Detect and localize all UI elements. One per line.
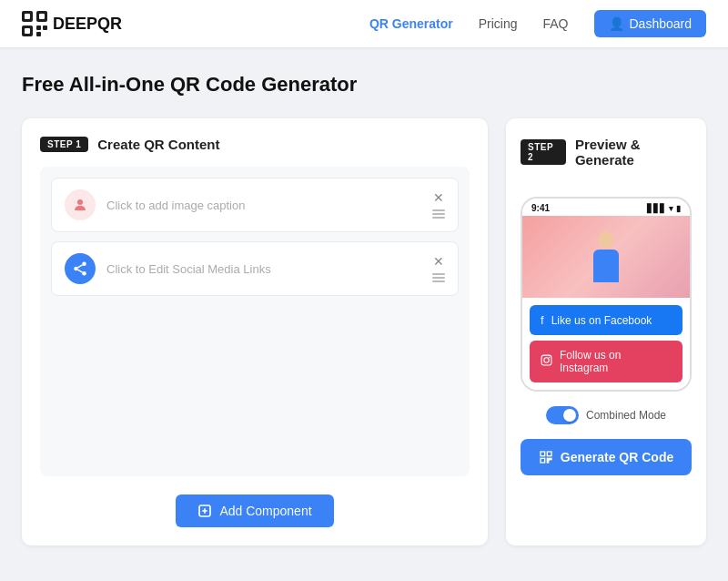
social-media-component[interactable]: Click to Edit Social Media Links ✕ [51,241,459,296]
step2-header: STEP 2 Preview & Generate [521,137,692,168]
svg-rect-21 [541,452,545,456]
add-component-wrap: Add Component [40,494,470,527]
remove-social-media-button[interactable]: ✕ [433,255,444,268]
image-caption-placeholder: Click to add image caption [106,199,432,212]
phone-status-icons: ▋▋▋ ▾ ▮ [647,204,681,213]
toggle-knob [563,409,576,422]
left-panel: STEP 1 Create QR Content Click to add im… [22,118,488,545]
svg-rect-18 [541,355,551,365]
phone-actions: f Like us on Facebook Follow us on Insta… [522,298,690,390]
step1-title: Create QR Content [97,137,219,152]
svg-rect-26 [547,462,548,463]
social-media-icon [65,253,96,284]
combined-mode-label: Combined Mode [586,409,666,422]
add-icon [197,504,212,518]
svg-rect-8 [25,28,30,34]
user-icon: 👤 [609,16,624,31]
svg-point-20 [549,357,551,359]
drag-social-media-handle[interactable] [432,273,445,282]
dashboard-button[interactable]: 👤 Dashboard [594,10,707,37]
nav-pricing[interactable]: Pricing [479,16,518,31]
svg-point-11 [74,267,78,271]
component-area: Click to add image caption ✕ [40,167,470,476]
image-caption-controls: ✕ [432,191,445,219]
logo-icon [22,11,47,36]
instagram-button[interactable]: Follow us on Instagram [530,341,682,382]
svg-point-10 [82,262,86,267]
generate-qr-button[interactable]: Generate QR Code [521,439,692,475]
logo-text: DEEPQR [53,15,122,34]
add-component-button[interactable]: Add Component [176,494,333,527]
social-media-controls: ✕ [432,255,445,282]
svg-line-13 [77,270,82,272]
svg-rect-23 [541,458,545,463]
svg-rect-6 [25,14,30,19]
step1-header: STEP 1 Create QR Content [40,137,470,152]
remove-image-caption-button[interactable]: ✕ [433,191,444,204]
svg-rect-5 [36,32,41,36]
svg-rect-24 [547,458,549,460]
svg-rect-25 [550,458,551,459]
logo: DEEPQR [22,11,122,36]
image-caption-icon [65,189,96,220]
svg-point-9 [77,199,83,205]
page-content: Free All-in-One QR Code Generator STEP 1… [0,47,728,571]
phone-preview-image [522,216,690,298]
columns: STEP 1 Create QR Content Click to add im… [22,118,706,545]
phone-status-bar: 9:41 ▋▋▋ ▾ ▮ [522,199,690,216]
facebook-icon: f [541,313,544,327]
instagram-label: Follow us on Instagram [560,349,672,374]
svg-point-12 [82,271,86,276]
social-media-placeholder: Click to Edit Social Media Links [106,262,432,276]
svg-line-14 [77,265,82,268]
page-title: Free All-in-One QR Code Generator [22,73,706,97]
nav-qr-generator[interactable]: QR Generator [369,16,453,31]
combined-mode-row: Combined Mode [521,406,692,424]
svg-point-19 [544,358,549,362]
header: DEEPQR QR Generator Pricing FAQ 👤 Dashbo… [0,0,728,47]
phone-time: 9:41 [531,203,550,213]
svg-rect-4 [43,25,47,30]
wifi-icon: ▾ [669,204,673,213]
person-figure [593,231,619,282]
battery-icon: ▮ [676,204,681,213]
facebook-label: Like us on Facebook [551,314,652,327]
main-nav: QR Generator Pricing FAQ 👤 Dashboard [369,10,706,37]
qr-icon [539,450,553,464]
step2-title: Preview & Generate [575,137,692,168]
image-caption-component[interactable]: Click to add image caption ✕ [51,178,459,232]
combined-mode-toggle[interactable] [546,406,579,424]
instagram-icon [541,354,552,369]
svg-rect-7 [39,14,45,19]
svg-rect-22 [547,452,551,456]
person-body [593,250,619,282]
drag-image-caption-handle[interactable] [432,209,445,219]
nav-faq[interactable]: FAQ [542,16,568,31]
step2-badge: STEP 2 [521,139,566,165]
facebook-button[interactable]: f Like us on Facebook [530,305,682,335]
step1-badge: STEP 1 [40,137,88,152]
right-panel: STEP 2 Preview & Generate 9:41 ▋▋▋ ▾ ▮ [506,118,706,545]
svg-rect-3 [36,25,41,30]
phone-mockup: 9:41 ▋▋▋ ▾ ▮ f Like us [521,197,692,392]
person-head [598,231,614,248]
signal-icon: ▋▋▋ [647,204,666,213]
